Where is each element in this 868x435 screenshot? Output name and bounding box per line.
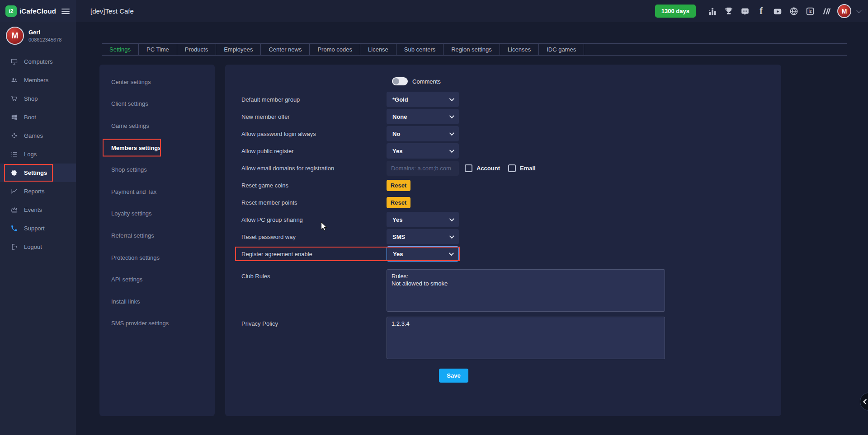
tab-license[interactable]: License xyxy=(360,44,396,55)
row-allow-public-register: Allow public register Yes xyxy=(225,142,781,159)
layers-icon[interactable] xyxy=(821,6,831,16)
menu-item-label: Game settings xyxy=(111,122,149,129)
tab-licenses[interactable]: Licenses xyxy=(500,44,539,55)
sidebar-item-settings[interactable]: Settings xyxy=(0,164,76,182)
comments-toggle-label: Comments xyxy=(412,78,441,85)
tab-promo-codes[interactable]: Promo codes xyxy=(310,44,360,55)
menu-item-protection-settings[interactable]: Protection settings xyxy=(99,247,215,269)
select-value: SMS xyxy=(392,234,405,240)
sidebar-item-computers[interactable]: Computers xyxy=(0,52,76,71)
chevron-down-icon xyxy=(449,131,454,136)
tab-employees[interactable]: Employees xyxy=(216,44,261,55)
youtube-icon[interactable] xyxy=(772,6,783,16)
tab-settings[interactable]: Settings xyxy=(102,44,139,55)
sidebar-item-logout[interactable]: Logout xyxy=(0,238,76,256)
sidebar-item-members[interactable]: Members xyxy=(0,71,76,89)
chevron-down-icon xyxy=(449,96,454,101)
sidebar-item-reports[interactable]: Reports xyxy=(0,182,76,201)
globe-icon[interactable] xyxy=(788,6,799,16)
menu-item-shop-settings[interactable]: Shop settings xyxy=(99,159,215,181)
sidebar-item-games[interactable]: Games xyxy=(0,126,76,145)
privacy-policy-textarea[interactable]: 1.2.3.4 xyxy=(387,317,665,359)
select-value: No xyxy=(392,131,400,137)
row-reset-password-way: Reset password way SMS xyxy=(225,228,781,245)
select-value: Yes xyxy=(393,251,403,257)
email-domains-input[interactable] xyxy=(387,161,459,176)
field-label: Allow public register xyxy=(241,148,387,154)
cafe-title: [dev]Test Cafe xyxy=(90,7,134,15)
facebook-icon[interactable]: f xyxy=(756,6,766,16)
topbar-brand-area: i2 iCafeCloud xyxy=(0,0,76,22)
menu-item-label: Payment and Tax xyxy=(111,188,156,195)
user-id: 008612345678 xyxy=(28,37,61,42)
default-member-group-select[interactable]: *Gold xyxy=(387,92,459,107)
field-label: Default member group xyxy=(241,96,387,103)
crown-icon xyxy=(10,206,18,214)
select-value: Yes xyxy=(392,148,402,154)
user-name: Geri xyxy=(28,29,61,36)
sidebar-item-shop[interactable]: Shop xyxy=(0,89,76,108)
allow-password-login-select[interactable]: No xyxy=(387,126,459,141)
row-default-member-group: Default member group *Gold xyxy=(225,91,781,108)
sidebar-user-card[interactable]: M Geri 008612345678 xyxy=(0,22,76,48)
reset-game-coins-button[interactable]: Reset xyxy=(387,180,410,191)
menu-item-center-settings[interactable]: Center settings xyxy=(99,71,215,93)
sidebar-item-boot[interactable]: Boot xyxy=(0,108,76,126)
menu-item-api-settings[interactable]: API settings xyxy=(99,268,215,290)
menu-item-label: Referral settings xyxy=(111,232,154,239)
account-checkbox[interactable] xyxy=(465,164,472,172)
sidebar-item-label: Shop xyxy=(24,95,38,102)
chevron-left-icon xyxy=(863,399,868,405)
menu-item-install-links[interactable]: Install links xyxy=(99,290,215,313)
tab-sub-centers[interactable]: Sub centers xyxy=(396,44,443,55)
allow-pc-group-sharing-select[interactable]: Yes xyxy=(387,212,459,227)
sidebar-item-events[interactable]: Events xyxy=(0,201,76,219)
comments-toggle[interactable] xyxy=(392,77,408,85)
register-agreement-select[interactable]: Yes xyxy=(387,246,459,262)
trophy-icon[interactable] xyxy=(723,6,734,16)
reset-member-points-button[interactable]: Reset xyxy=(387,197,410,208)
reset-password-way-select[interactable]: SMS xyxy=(387,229,459,244)
user-avatar[interactable]: M xyxy=(837,4,851,18)
menu-item-members-settings[interactable]: Members settings xyxy=(99,137,215,159)
leaderboard-icon[interactable] xyxy=(707,6,717,16)
discord-icon[interactable] xyxy=(740,6,750,16)
brand[interactable]: i2 iCafeCloud xyxy=(5,5,56,17)
account-checkbox-label: Account xyxy=(476,165,500,172)
menu-item-sms-provider-settings[interactable]: SMS provider settings xyxy=(99,313,215,335)
field-label: Club Rules xyxy=(241,269,387,280)
hamburger-menu-icon[interactable] xyxy=(61,9,70,14)
allow-public-register-select[interactable]: Yes xyxy=(387,143,459,159)
chevron-down-icon[interactable] xyxy=(856,8,861,13)
menu-item-game-settings[interactable]: Game settings xyxy=(99,115,215,137)
select-value: *Gold xyxy=(392,96,408,103)
sidebar-item-logs[interactable]: Logs xyxy=(0,145,76,164)
topbar-actions: 1300 days f i2 M xyxy=(655,4,868,18)
new-member-offer-select[interactable]: None xyxy=(387,109,459,124)
save-button[interactable]: Save xyxy=(439,369,468,383)
row-privacy-policy: Privacy Policy 1.2.3.4 xyxy=(225,317,781,359)
tab-region-settings[interactable]: Region settings xyxy=(443,44,500,55)
field-label: Reset password way xyxy=(241,234,387,240)
menu-item-client-settings[interactable]: Client settings xyxy=(99,93,215,115)
club-rules-textarea[interactable]: Rules: Not allowed to smoke xyxy=(387,269,665,312)
tab-idc-games[interactable]: IDC games xyxy=(539,44,584,55)
sidebar-item-label: Logs xyxy=(24,151,37,158)
menu-item-label: Shop settings xyxy=(111,166,147,173)
row-club-rules: Club Rules Rules: Not allowed to smoke xyxy=(225,269,781,312)
sidebar-item-label: Events xyxy=(24,206,42,213)
tab-center-news[interactable]: Center news xyxy=(261,44,310,55)
tab-products[interactable]: Products xyxy=(177,44,216,55)
row-allow-pc-group-sharing: Allow PC group sharing Yes xyxy=(225,211,781,228)
menu-item-referral-settings[interactable]: Referral settings xyxy=(99,225,215,247)
email-checkbox[interactable] xyxy=(508,164,516,172)
sidebar-item-support[interactable]: Support xyxy=(0,219,76,238)
menu-item-payment-and-tax[interactable]: Payment and Tax xyxy=(99,181,215,203)
days-remaining-badge[interactable]: 1300 days xyxy=(655,5,696,18)
menu-item-label: Client settings xyxy=(111,100,148,107)
svg-text:i2: i2 xyxy=(808,9,811,14)
icafecloud-icon[interactable]: i2 xyxy=(805,6,815,16)
sidebar-item-label: Reports xyxy=(24,188,45,195)
menu-item-loyalty-settings[interactable]: Loyalty settings xyxy=(99,203,215,225)
tab-pc-time[interactable]: PC Time xyxy=(139,44,177,55)
